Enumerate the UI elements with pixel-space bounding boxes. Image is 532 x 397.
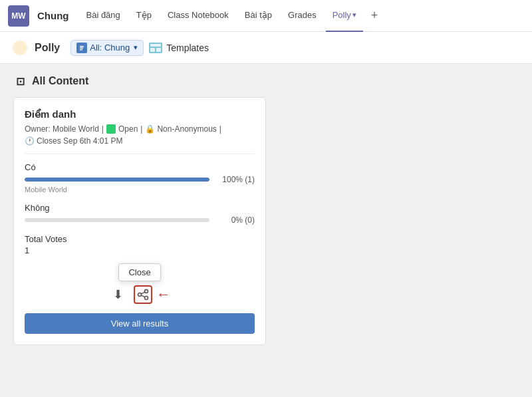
- nav-title: Chung: [37, 10, 68, 21]
- svg-rect-8: [150, 48, 155, 52]
- close-popup[interactable]: Close: [118, 263, 160, 281]
- poll-bar-pct-co: 100% (1): [215, 175, 255, 184]
- svg-rect-5: [80, 49, 82, 51]
- templates-button[interactable]: Templates: [149, 43, 209, 53]
- top-navigation: MW Chung Bài đăng Tệp Class Notebook Bài…: [0, 0, 532, 32]
- svg-point-11: [145, 290, 148, 293]
- poll-bar-pct-khong: 0% (0): [215, 215, 255, 225]
- share-icon[interactable]: [134, 285, 152, 304]
- poll-card: Điểm danh Owner: Mobile World | Open | 🔒…: [13, 97, 266, 345]
- filter-dropdown-arrow: ▾: [134, 43, 138, 52]
- section-title: ⊡ All Content: [13, 74, 519, 88]
- nav-item-baidang[interactable]: Bài đăng: [79, 0, 126, 32]
- view-all-results-button[interactable]: View all results: [25, 313, 255, 334]
- svg-line-14: [141, 292, 145, 294]
- poll-option-co: Có 100% (1) Mobile World: [25, 162, 255, 194]
- filter-label: All: Chung: [90, 43, 130, 53]
- poll-bar-fill-co: [25, 178, 209, 182]
- nav-item-grades[interactable]: Grades: [281, 0, 323, 32]
- svg-point-13: [145, 297, 148, 300]
- poll-meta-open: Open: [118, 124, 138, 134]
- poll-meta-nonanon: Non-Anonymous: [157, 124, 216, 134]
- polly-dropdown-arrow: ▾: [352, 11, 356, 19]
- card-divider: [25, 154, 255, 154]
- sub-nav-polly-label: Polly: [35, 42, 60, 54]
- svg-point-0: [13, 41, 27, 55]
- poll-bar-track-co: [25, 178, 209, 182]
- polly-sub-icon: 🦜: [11, 39, 29, 57]
- svg-line-15: [141, 295, 145, 297]
- svg-rect-10: [108, 126, 114, 132]
- poll-meta: Owner: Mobile World | Open | 🔒 Non-Anony…: [25, 124, 255, 134]
- filter-dropdown[interactable]: All: Chung ▾: [70, 40, 144, 56]
- nav-item-polly[interactable]: Polly ▾: [326, 0, 363, 32]
- sub-navigation: 🦜 Polly All: Chung ▾ Templates: [0, 32, 532, 64]
- filter-icon: [76, 43, 87, 53]
- poll-option-co-label: Có: [25, 162, 255, 172]
- nav-item-tep[interactable]: Tệp: [130, 0, 158, 32]
- poll-sub-label-co: Mobile World: [25, 186, 255, 194]
- red-arrow-indicator: ←: [156, 286, 171, 303]
- poll-option-khong-label: Không: [25, 203, 255, 213]
- svg-rect-7: [150, 44, 161, 47]
- svg-rect-9: [156, 48, 161, 52]
- templates-icon: [149, 43, 162, 53]
- clock-icon: 🕐: [25, 136, 34, 146]
- user-avatar: MW: [8, 5, 29, 27]
- nav-add-button[interactable]: +: [366, 6, 384, 25]
- lock-icon: 🔒: [145, 124, 154, 134]
- poll-bar-track-khong: [25, 218, 209, 222]
- poll-bar-co: 100% (1): [25, 175, 255, 184]
- poll-bar-khong: 0% (0): [25, 215, 255, 225]
- nav-item-baitap[interactable]: Bài tập: [238, 0, 279, 32]
- card-bottom-actions: View all results: [25, 313, 255, 334]
- nav-item-classnotebook[interactable]: Class Notebook: [161, 0, 235, 32]
- poll-option-khong: Không 0% (0): [25, 203, 255, 225]
- svg-point-12: [138, 293, 142, 297]
- total-votes-label: Total Votes: [25, 234, 255, 244]
- download-icon[interactable]: ⬇: [108, 285, 127, 304]
- poll-meta-owner: Owner: Mobile World: [25, 124, 99, 134]
- poll-title: Điểm danh: [25, 108, 255, 120]
- main-content: ⊡ All Content Điểm danh Owner: Mobile Wo…: [0, 64, 532, 397]
- svg-rect-4: [80, 47, 83, 49]
- templates-label: Templates: [166, 43, 209, 53]
- svg-rect-3: [80, 46, 84, 47]
- poll-meta-closes: 🕐 Closes Sep 6th 4:01 PM: [25, 136, 255, 146]
- all-content-icon: ⊡: [13, 74, 27, 88]
- open-icon: [106, 124, 116, 134]
- total-votes-value: 1: [25, 245, 255, 255]
